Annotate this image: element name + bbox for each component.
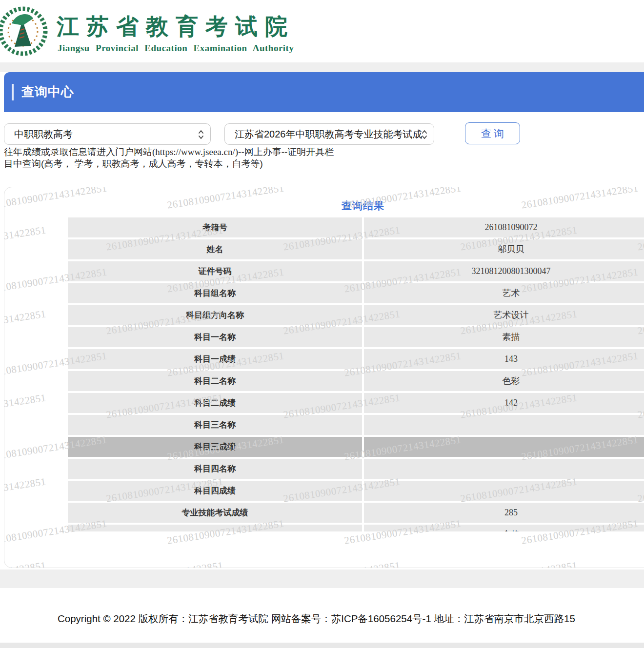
result-row: 科目组方向名称 艺术设计 [68, 305, 644, 325]
exam-session-select-value: 江苏省2026年中职职教高考专业技能考试成 [235, 129, 423, 139]
result-row: 科目二名称 色彩 [68, 371, 644, 391]
result-row: 科目四成绩 [68, 481, 644, 501]
result-row-label: 科目一名称 [68, 327, 362, 347]
results-table: 考籍号 261081090072 姓名 邬贝贝 证件号码 32108120080… [68, 217, 644, 531]
notice-line2: 目中查询(高考， 学考，职教高考，成人高考，专转本，自考等) [4, 158, 263, 169]
result-row-label: 科目四成绩 [68, 481, 362, 501]
watermark-text: 2610810900721431422851 [105, 559, 224, 568]
result-row-label: 科目四名称 [68, 459, 362, 479]
notice-text: 往年成绩或录取信息请进入门户网站(https://www.jseea.cn/)-… [4, 146, 394, 170]
result-row: 证件号码 321081200801300047 [68, 261, 644, 281]
result-row-label: 考籍号 [68, 217, 362, 237]
result-row-label: 科目一成绩 [68, 349, 362, 369]
watermark-text: 2610810900721431422851 [4, 308, 47, 337]
result-row-value: 261081090072 [364, 217, 644, 237]
result-row-label: 姓名 [68, 239, 362, 259]
result-row: 科目二成绩 142 [68, 393, 644, 413]
org-title-en: Jiangsu Provincial Education Examination… [58, 43, 294, 54]
watermark-text: 2610810900721431422851 [637, 559, 644, 568]
result-row-value: 邬贝贝 [364, 239, 644, 259]
exam-category-select[interactable]: 中职职教高考 [4, 123, 211, 145]
result-row-value [364, 459, 644, 479]
notice-line1-pre: 往年成绩或录取信息请进入门户网站 [4, 147, 152, 157]
result-row: 考籍号 261081090072 [68, 217, 644, 237]
result-row-label: 科目二成绩 [68, 393, 362, 413]
result-row-value: 艺术设计 [364, 305, 644, 325]
result-row-value: 合格 [364, 525, 644, 531]
result-row-value: 艺术 [364, 283, 644, 303]
result-row-value [364, 437, 644, 457]
result-row: 姓名 邬贝贝 [68, 239, 644, 259]
watermark-text: 2610810900721431422851 [4, 475, 47, 505]
result-row-label: 科目二名称 [68, 371, 362, 391]
exam-session-select[interactable]: 江苏省2026年中职职教高考专业技能考试成 [224, 123, 434, 145]
site-header: 江苏省教育考试院 Jiangsu Provincial Education Ex… [0, 0, 644, 62]
bottom-bar [0, 643, 644, 648]
results-panel: 查询结果 考籍号 261081090072 姓名 邬贝贝 证件号码 321081… [4, 187, 644, 568]
notice-line1-post: --网上办事--证明开具栏 [238, 147, 334, 157]
post-panel-gray-band [0, 569, 644, 588]
result-row: 科目四名称 [68, 459, 644, 479]
result-row-label: 专业技能考试成绩 [68, 503, 362, 523]
result-row-label: 科目三成绩 [68, 437, 362, 457]
result-row-label: 科目组方向名称 [68, 305, 362, 325]
org-logo-icon [0, 2, 52, 59]
result-row: 科目一名称 素描 [68, 327, 644, 347]
watermark-text: 2610810900721431422851 [460, 559, 578, 568]
org-title-cn: 江苏省教育考试院 [57, 12, 295, 42]
result-row-value: 143 [364, 349, 644, 369]
query-center-banner: 查询中心 [4, 72, 644, 112]
result-row: 合格 [68, 525, 644, 531]
result-row-value: 321081200801300047 [364, 261, 644, 281]
result-row: 科目三名称 [68, 415, 644, 435]
result-row-label: 科目组名称 [68, 283, 362, 303]
watermark-text: 2610810900721431422851 [282, 559, 401, 568]
footer-copyright: Copyright © 2022 版权所有：江苏省教育考试院 网站备案号：苏IC… [58, 612, 575, 626]
results-title: 查询结果 [68, 199, 644, 213]
banner-accent-bar [12, 84, 14, 100]
result-row-value [364, 481, 644, 501]
result-row-value: 142 [364, 393, 644, 413]
result-row-value: 色彩 [364, 371, 644, 391]
result-row-label: 科目三名称 [68, 415, 362, 435]
watermark-text: 2610810900721431422851 [4, 559, 47, 568]
exam-category-select-value: 中职职教高考 [14, 129, 73, 139]
result-row-value [364, 415, 644, 435]
result-row-label: 证件号码 [68, 261, 362, 281]
result-row-value: 285 [364, 503, 644, 523]
result-row-label [68, 525, 362, 531]
select-stepper-icon [198, 129, 204, 140]
result-row: 科目组名称 艺术 [68, 283, 644, 303]
result-row: 专业技能考试成绩 285 [68, 503, 644, 523]
watermark-text: 2610810900721431422851 [4, 224, 47, 253]
header-gray-strip [0, 62, 644, 72]
result-row: 科目三成绩 [68, 437, 644, 457]
notice-portal-url: (https://www.jseea.cn/) [152, 147, 238, 157]
banner-title: 查询中心 [21, 83, 74, 100]
query-button[interactable]: 查询 [465, 122, 520, 144]
select-stepper-icon [421, 129, 428, 140]
watermark-text: 2610810900721431422851 [4, 392, 47, 421]
result-row: 科目一成绩 143 [68, 349, 644, 369]
result-row-value: 素描 [364, 327, 644, 347]
